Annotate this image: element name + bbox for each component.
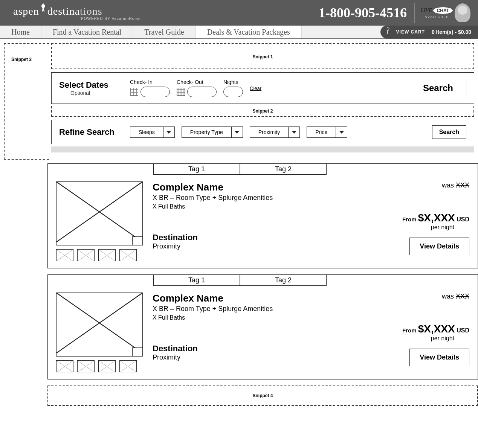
sleeps-dropdown[interactable]: Sleeps: [130, 126, 175, 138]
listing-thumb[interactable]: [119, 360, 137, 372]
agent-avatar: [455, 3, 470, 22]
refine-search-button[interactable]: Search: [432, 125, 466, 139]
from-label: From: [402, 327, 418, 334]
divider: [51, 146, 474, 152]
listing-image[interactable]: [56, 181, 143, 245]
chevron-down-icon: [235, 131, 239, 134]
powered-by: POWERED BY VacationRoost: [81, 17, 141, 21]
per-night: per night: [431, 224, 454, 231]
complex-name: Complex Name: [153, 293, 380, 304]
baths: X Full Baths: [153, 203, 380, 210]
view-details-button[interactable]: View Details: [409, 238, 469, 255]
live-chat[interactable]: LIVE CHAT AVAILABLE: [414, 3, 470, 23]
listing-tag: Tag 2: [240, 164, 327, 175]
listing-card: Tag 1 Tag 2 Complex Name X BR – Room Typ…: [47, 274, 478, 379]
snippet-4: Snippet 4: [47, 386, 478, 406]
room-type: X BR – Room Type + Splurge Amenities: [153, 305, 380, 313]
nights-label: Nights: [223, 79, 243, 85]
was-price: was XXX: [442, 293, 469, 300]
logo-text-a: aspen: [13, 5, 39, 17]
listing-thumb[interactable]: [77, 360, 95, 372]
listing-image[interactable]: [56, 293, 143, 357]
logo-text-b: destina: [47, 5, 80, 17]
refine-panel: Refine Search Sleeps Property Type Proxi…: [51, 120, 474, 144]
from-label: From: [402, 216, 418, 222]
was-price: was XXX: [442, 181, 469, 189]
proximity: Proximity: [153, 354, 380, 361]
listing-thumb[interactable]: [119, 249, 137, 261]
dates-subtitle: Optional: [70, 90, 123, 96]
checkin-label: Check- In: [130, 79, 170, 85]
site-header: aspen destinations POWERED BY VacationRo…: [0, 0, 478, 26]
nav-travel-guide[interactable]: Travel Guide: [133, 26, 195, 38]
destination: Destination: [153, 344, 380, 354]
snippet-2: Snippet 2: [51, 106, 474, 117]
nav-deals[interactable]: Deals & Vacation Packages: [196, 26, 302, 38]
listing-card: Tag 1 Tag 2 Complex Name X BR – Room Typ…: [47, 163, 478, 268]
checkout-label: Check- Out: [177, 79, 217, 85]
chat-status: AVAILABLE: [425, 15, 449, 19]
logo-text-c: tions: [80, 5, 102, 17]
cart-icon: [387, 30, 393, 34]
room-type: X BR – Room Type + Splurge Amenities: [153, 194, 380, 202]
clear-link[interactable]: Clear: [250, 85, 261, 91]
dates-title: Select Dates: [59, 80, 123, 90]
expand-icon[interactable]: [132, 347, 143, 357]
date-panel: Select Dates Optional Check- In Check- O…: [51, 72, 474, 104]
chat-live-label: LIVE: [421, 8, 432, 14]
property-type-dropdown[interactable]: Property Type: [182, 126, 243, 138]
listing-thumb[interactable]: [56, 360, 73, 372]
search-button[interactable]: Search: [410, 78, 466, 98]
destination: Destination: [153, 233, 380, 242]
snippet-1: Snippet 1: [51, 43, 474, 69]
currency: USD: [455, 216, 469, 222]
view-details-button[interactable]: View Details: [409, 349, 469, 366]
cart-area: VIEW CART 0 Item(s) - $0.00: [380, 26, 478, 38]
cart-summary: 0 Item(s) - $0.00: [432, 29, 471, 35]
currency: USD: [455, 327, 469, 334]
refine-title: Refine Search: [59, 127, 123, 137]
listing-thumb[interactable]: [77, 249, 95, 261]
proximity-dropdown[interactable]: Proximity: [250, 126, 300, 138]
calendar-icon[interactable]: [177, 88, 185, 96]
logo[interactable]: aspen destinations POWERED BY VacationRo…: [13, 5, 141, 21]
listing-tag: Tag 1: [153, 164, 240, 175]
phone-number: 1-800-905-4516: [319, 5, 407, 21]
nav-home[interactable]: Home: [0, 26, 41, 38]
bird-icon: [40, 3, 47, 12]
proximity: Proximity: [153, 242, 380, 250]
listing-thumb[interactable]: [98, 249, 116, 261]
view-cart-button[interactable]: VIEW CART: [387, 29, 425, 35]
checkout-input[interactable]: [187, 87, 217, 97]
chevron-down-icon: [339, 131, 344, 134]
nights-input[interactable]: [223, 87, 243, 97]
listing-thumb[interactable]: [98, 360, 116, 372]
listing-thumb[interactable]: [56, 249, 73, 261]
checkin-input[interactable]: [140, 87, 170, 97]
complex-name: Complex Name: [153, 181, 380, 193]
listing-tag: Tag 2: [240, 275, 327, 286]
chevron-down-icon: [292, 131, 296, 134]
chat-bubble-icon: CHAT: [433, 7, 453, 14]
per-night: per night: [431, 335, 454, 342]
main-nav: Home Find a Vacation Rental Travel Guide…: [0, 26, 478, 39]
price: $X,XXX: [418, 212, 455, 224]
baths: X Full Baths: [153, 314, 380, 321]
price-dropdown[interactable]: Price: [307, 126, 347, 138]
cart-label: VIEW CART: [396, 29, 425, 35]
expand-icon[interactable]: [132, 236, 143, 245]
listing-tag: Tag 1: [153, 275, 240, 286]
chevron-down-icon: [166, 131, 171, 134]
nav-find-rental[interactable]: Find a Vacation Rental: [41, 26, 133, 38]
snippet-3: Snippet 3: [4, 43, 49, 160]
calendar-icon[interactable]: [130, 88, 138, 96]
price: $X,XXX: [418, 323, 455, 335]
